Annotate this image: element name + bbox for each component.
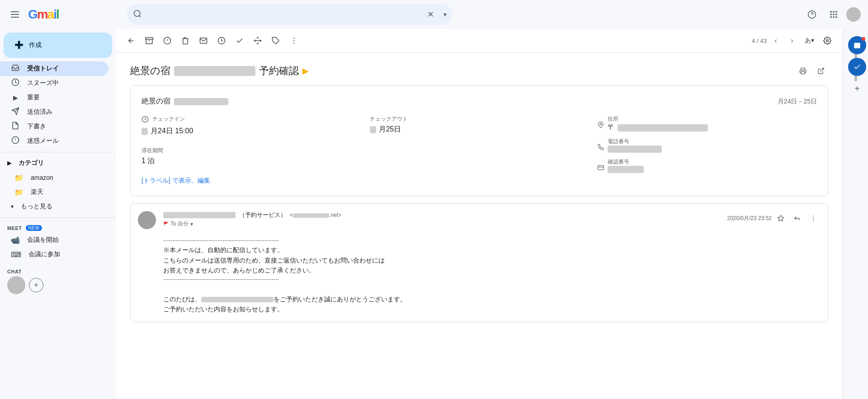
mark-unread-button[interactable] [195, 33, 212, 49]
done-button[interactable] [231, 33, 248, 49]
apps-icon[interactable] [825, 5, 843, 23]
email-body: ----------------------------------------… [131, 236, 828, 322]
report-button[interactable] [159, 33, 175, 49]
add-panel-btn[interactable]: + [848, 80, 866, 98]
sidebar-item-draft[interactable]: 下書き [0, 119, 108, 134]
back-button[interactable] [123, 33, 139, 49]
svg-point-30 [293, 42, 294, 43]
star-button[interactable] [774, 211, 788, 225]
sidebar-categories-header[interactable]: ▶ カテゴリ [0, 156, 116, 170]
more-expand-icon: ▾ [11, 203, 14, 210]
to-label[interactable]: To 自分 [170, 220, 189, 228]
meet-label: Meet New [7, 225, 108, 231]
prev-page-button[interactable]: ‹ [769, 33, 783, 48]
chat-section: Chat + [0, 265, 116, 298]
move-button[interactable] [250, 33, 266, 49]
right-panel-icons: + [848, 36, 866, 98]
meet-start-meeting[interactable]: 📹 会議を開始 [7, 233, 101, 247]
phone-value [608, 146, 662, 153]
hotel-name: 絶景の宿 [142, 97, 228, 106]
chat-user-avatar[interactable] [7, 276, 25, 294]
delete-button[interactable] [177, 33, 193, 49]
travel-card-header: 絶景の宿 月24日－25日 [142, 97, 817, 106]
svg-rect-8 [833, 14, 834, 15]
sender-name-redacted [163, 212, 236, 218]
checkin-label: チェックイン [152, 115, 185, 123]
sidebar-item-spam[interactable]: 迷惑メール [0, 134, 108, 148]
help-icon[interactable] [803, 5, 821, 23]
svg-rect-12 [835, 16, 837, 18]
to-dropdown-icon[interactable]: ▾ [190, 221, 193, 227]
sidebar-item-more[interactable]: ▾ もっと見る [0, 199, 108, 214]
sidebar-item-more-label: もっと見る [21, 202, 101, 211]
email-subject: 絶景の宿 予約確認 ▶ [130, 64, 790, 78]
svg-point-41 [813, 220, 814, 221]
more-actions-button[interactable] [286, 33, 302, 49]
svg-rect-9 [835, 14, 837, 15]
svg-line-33 [821, 68, 824, 71]
label-button[interactable] [268, 33, 284, 49]
confirm-block: 確認番号 [598, 158, 817, 173]
topbar: Gmail じゃらん ✕ ▾ [0, 0, 868, 29]
svg-point-40 [813, 218, 814, 219]
email-body-line-6: このたびは、をご予約いただき誠にありがとうございます。 [163, 294, 821, 304]
address-redacted [618, 124, 708, 131]
svg-point-39 [813, 216, 814, 216]
svg-rect-32 [801, 71, 805, 74]
email-main-content: 絶景の宿 予約確認 ▶ 絶景の宿 [116, 53, 843, 399]
start-meeting-icon: 📹 [11, 236, 20, 244]
task-panel-btn[interactable] [848, 58, 866, 76]
checkout-col: チェックアウト 月25日 [370, 115, 589, 173]
compose-button[interactable]: ✚ 作成 [4, 33, 112, 58]
reply-button[interactable] [790, 211, 804, 225]
topbar-left: Gmail [7, 7, 123, 22]
search-dropdown-icon[interactable]: ▾ [443, 11, 447, 18]
sidebar-item-important[interactable]: ▶ 重要 [0, 90, 108, 105]
open-new-window-button[interactable] [814, 64, 828, 78]
email-body-line-7: ご予約いただいた内容をお知らせします。 [163, 304, 821, 314]
more-button[interactable] [806, 211, 821, 225]
confirm-info: 確認番号 [598, 158, 817, 173]
calendar-panel-btn[interactable] [848, 36, 866, 54]
checkin-col: チェックイン 月24日 15:00 滞在期間 1 泊 [142, 115, 361, 173]
travel-view-link[interactable]: [トラベル] で表示、編集 [142, 177, 210, 184]
next-page-button[interactable]: › [785, 33, 799, 48]
email-body-line-1: ----------------------------------------… [163, 236, 821, 245]
page-separator: / [757, 38, 759, 44]
sidebar-item-snoozed[interactable]: スヌーズ中 [0, 76, 108, 90]
subject-prefix: 絶景の宿 [130, 64, 170, 78]
sidebar-item-spam-label: 迷惑メール [27, 137, 101, 145]
reading-pane-icon: あ▾ [805, 37, 814, 45]
svg-rect-10 [830, 16, 832, 18]
confirm-value [608, 166, 644, 173]
meet-join-meeting[interactable]: ⌨ 会議に参加 [7, 247, 101, 262]
travel-card: 絶景の宿 月24日－25日 チェックイン [130, 85, 828, 196]
sidebar-item-rakuten[interactable]: 📁 楽天 [0, 185, 108, 199]
chat-add-button[interactable]: + [29, 278, 43, 292]
address-col: 住所 〒 [598, 115, 817, 173]
phone-text-block: 電話番号 [608, 138, 662, 153]
email-body-line-5: ----------------------------------------… [163, 275, 821, 284]
email-message-card: （予約サービス） <.net> 🚩 To 自分 ▾ 2020/0月/23 2 [130, 203, 828, 322]
to-row: 🚩 To 自分 ▾ [163, 220, 720, 228]
compose-label: 作成 [29, 41, 42, 49]
print-button[interactable] [796, 64, 810, 78]
spam-icon [11, 136, 20, 146]
sidebar-item-sent[interactable]: 送信済み [0, 105, 108, 119]
archive-button[interactable] [141, 33, 157, 49]
search-clear-icon[interactable]: ✕ [427, 9, 434, 19]
confirm-text-block: 確認番号 [608, 158, 644, 173]
reading-pane-button[interactable]: あ▾ [801, 33, 817, 49]
categories-label: カテゴリ [19, 159, 44, 167]
snooze-button[interactable] [213, 33, 230, 49]
sidebar-item-inbox[interactable]: 受信トレイ [0, 61, 108, 76]
sidebar-item-amazon[interactable]: 📁 amazon [0, 170, 108, 185]
svg-point-0 [134, 10, 140, 16]
draft-icon [11, 122, 20, 131]
user-avatar[interactable] [846, 7, 861, 22]
settings-button[interactable] [819, 33, 835, 49]
hamburger-menu-icon[interactable] [7, 8, 23, 21]
search-input[interactable]: じゃらん [127, 4, 452, 25]
sender-avatar [138, 211, 156, 229]
sidebar-item-important-label: 重要 [27, 94, 101, 102]
